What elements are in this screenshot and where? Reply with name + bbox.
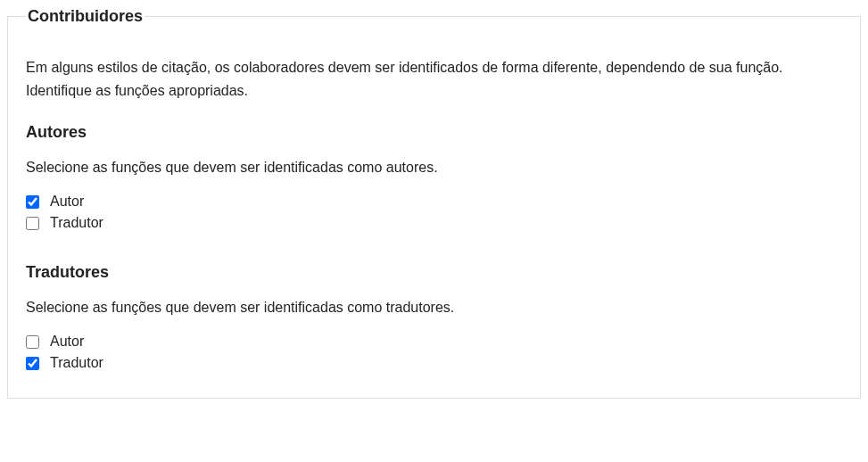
checkbox-row: Autor bbox=[26, 334, 842, 350]
authors-autor-checkbox[interactable] bbox=[26, 195, 39, 209]
translators-autor-checkbox[interactable] bbox=[26, 335, 39, 349]
authors-checkbox-group: Autor Tradutor bbox=[26, 194, 842, 231]
translators-tradutor-checkbox[interactable] bbox=[26, 357, 39, 370]
checkbox-row: Tradutor bbox=[26, 355, 842, 371]
translators-title: Tradutores bbox=[26, 263, 842, 282]
checkbox-row: Tradutor bbox=[26, 215, 842, 231]
authors-autor-label[interactable]: Autor bbox=[50, 194, 84, 210]
translators-checkbox-group: Autor Tradutor bbox=[26, 334, 842, 371]
authors-desc: Selecione as funções que devem ser ident… bbox=[26, 160, 842, 176]
intro-text: Em alguns estilos de citação, os colabor… bbox=[26, 56, 842, 102]
checkbox-row: Autor bbox=[26, 194, 842, 210]
translators-tradutor-label[interactable]: Tradutor bbox=[50, 355, 103, 371]
authors-tradutor-label[interactable]: Tradutor bbox=[50, 215, 103, 231]
contributors-fieldset: Contribuidores Em alguns estilos de cita… bbox=[7, 7, 861, 399]
translators-autor-label[interactable]: Autor bbox=[50, 334, 84, 350]
translators-desc: Selecione as funções que devem ser ident… bbox=[26, 300, 842, 316]
authors-title: Autores bbox=[26, 123, 842, 142]
authors-tradutor-checkbox[interactable] bbox=[26, 217, 39, 230]
fieldset-legend: Contribuidores bbox=[26, 7, 145, 26]
